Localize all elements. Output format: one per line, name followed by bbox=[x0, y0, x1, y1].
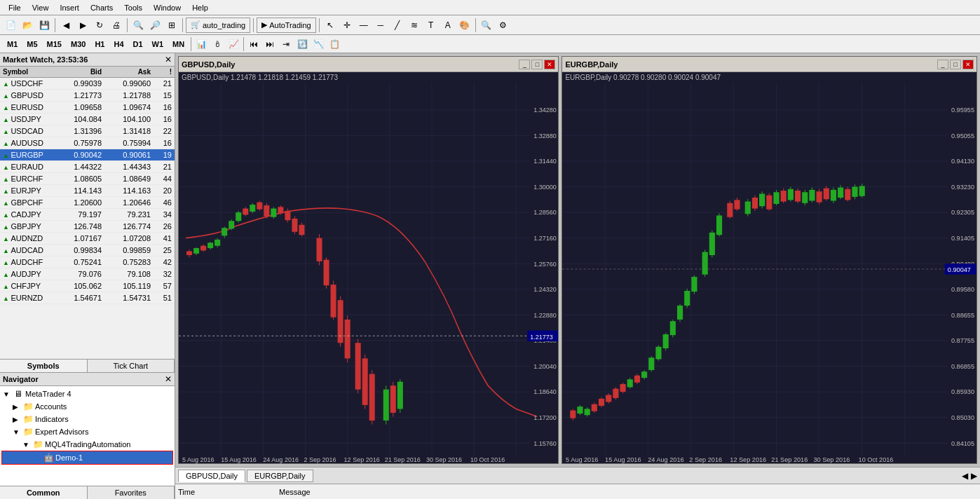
market-row-chfjpy[interactable]: ▲ CHFJPY105.062105.11957 bbox=[0, 280, 175, 292]
navigator-close[interactable]: ✕ bbox=[165, 374, 172, 384]
fib-button[interactable]: ≋ bbox=[407, 18, 422, 33]
chart-type-line[interactable]: 📈 bbox=[226, 36, 241, 52]
tf-h1[interactable]: H1 bbox=[90, 37, 109, 51]
scroll-right-btn[interactable]: ⏭ bbox=[262, 36, 278, 52]
market-row-audnzd[interactable]: ▲ AUDNZD1.071671.0720841 bbox=[0, 233, 175, 245]
market-row-eurchf[interactable]: ▲ EURCHF1.086051.0864944 bbox=[0, 173, 175, 185]
tf-m5[interactable]: M5 bbox=[22, 37, 41, 51]
tf-m15[interactable]: M15 bbox=[43, 37, 66, 51]
nav-tab-favorites[interactable]: Favorites bbox=[88, 486, 175, 499]
market-row-gbpusd[interactable]: ▲ GBPUSD1.217731.2178815 bbox=[0, 90, 175, 102]
chart-eurgbp-minimize[interactable]: _ bbox=[937, 60, 948, 69]
text-button[interactable]: T bbox=[423, 18, 439, 33]
tab-tick-chart[interactable]: Tick Chart bbox=[88, 360, 175, 372]
chart-eurgbp-maximize[interactable]: □ bbox=[950, 60, 961, 69]
market-row-eurgbp[interactable]: ▲ EURGBP0.900420.9006119 bbox=[0, 149, 175, 161]
chart-type-candle[interactable]: 🕯 bbox=[210, 36, 225, 52]
chart-gbpusd-body[interactable]: 1.34280 1.32880 1.31440 1.30000 1.28560 … bbox=[179, 83, 558, 463]
market-row-cadjpy[interactable]: ▲ CADJPY79.19779.23134 bbox=[0, 209, 175, 221]
refresh-button[interactable]: ↻ bbox=[92, 18, 107, 33]
templates-btn[interactable]: 📋 bbox=[327, 36, 342, 52]
chart-tab-right[interactable]: ▶ bbox=[971, 471, 977, 481]
nav-item-accounts[interactable]: ▶📁Accounts bbox=[1, 400, 173, 413]
menu-view[interactable]: View bbox=[27, 2, 55, 13]
new-order-button[interactable]: 🛒 auto_trading bbox=[186, 18, 250, 33]
chart-gbpusd-maximize[interactable]: □ bbox=[531, 60, 543, 69]
chart-eurgbp-body[interactable]: 0.95955 0.95055 0.94130 0.93230 0.92305 … bbox=[562, 83, 976, 463]
forward-button[interactable]: ▶ bbox=[75, 18, 90, 33]
back-button[interactable]: ◀ bbox=[58, 18, 74, 33]
hline-button[interactable]: ─ bbox=[373, 18, 388, 33]
nav-item-expert-advisors[interactable]: ▼📁Expert Advisors bbox=[1, 425, 173, 438]
menu-charts[interactable]: Charts bbox=[85, 2, 118, 13]
svg-text:0.86855: 0.86855 bbox=[951, 362, 974, 369]
indicators-btn[interactable]: 📉 bbox=[311, 36, 326, 52]
svg-text:5 Aug 2016: 5 Aug 2016 bbox=[566, 455, 598, 463]
chart-tab-eurgbp[interactable]: EURGBP,Daily bbox=[247, 470, 313, 482]
crosshair-button[interactable]: ✛ bbox=[339, 18, 355, 33]
market-row-eurusd[interactable]: ▲ EURUSD1.096581.0967416 bbox=[0, 102, 175, 114]
period-sep-btn[interactable]: 🔃 bbox=[294, 36, 310, 52]
svg-rect-132 bbox=[585, 409, 590, 415]
cursor-button[interactable]: ↖ bbox=[322, 18, 338, 33]
save-button[interactable]: 💾 bbox=[36, 18, 52, 33]
svg-text:12 Sep 2016: 12 Sep 2016 bbox=[344, 455, 380, 463]
zoom-out[interactable]: 🔎 bbox=[147, 18, 163, 33]
chart-tab-left[interactable]: ◀ bbox=[962, 471, 968, 481]
menu-file[interactable]: File bbox=[3, 2, 27, 13]
nav-item-metatrader-4[interactable]: ▼🖥MetaTrader 4 bbox=[1, 388, 173, 400]
market-row-usdchf[interactable]: ▲ USDCHF0.990390.9906021 bbox=[0, 78, 175, 90]
tf-m1[interactable]: M1 bbox=[3, 37, 22, 51]
settings-button[interactable]: ⚙ bbox=[496, 18, 511, 33]
color-button[interactable]: 🎨 bbox=[457, 18, 472, 33]
market-row-audchf[interactable]: ▲ AUDCHF0.752410.7528342 bbox=[0, 257, 175, 268]
market-row-gbpjpy[interactable]: ▲ GBPJPY126.748126.77426 bbox=[0, 221, 175, 233]
tf-w1[interactable]: W1 bbox=[148, 37, 168, 51]
market-row-eurnzd[interactable]: ▲ EURNZD1.546711.5473151 bbox=[0, 292, 175, 304]
nav-item-indicators[interactable]: ▶📁Indicators bbox=[1, 413, 173, 425]
price-arrow-usdjpy: ▲ bbox=[3, 116, 11, 123]
auto-trading-button[interactable]: ▶ AutoTrading bbox=[257, 18, 316, 33]
tf-d1[interactable]: D1 bbox=[129, 37, 147, 51]
market-row-eurjpy[interactable]: ▲ EURJPY114.143114.16320 bbox=[0, 185, 175, 197]
fit-button[interactable]: ⊞ bbox=[164, 18, 179, 33]
search-button[interactable]: 🔍 bbox=[479, 18, 494, 33]
symbol-audjpy: ▲ AUDJPY bbox=[1, 269, 54, 279]
nav-item-mql4tradingautomation[interactable]: ▼📁MQL4TradingAutomation bbox=[1, 438, 173, 451]
menu-insert[interactable]: Insert bbox=[54, 2, 85, 13]
trendline-button[interactable]: ╱ bbox=[390, 18, 405, 33]
market-row-usdcad[interactable]: ▲ USDCAD1.313961.3141822 bbox=[0, 125, 175, 137]
chart-type-bar[interactable]: 📊 bbox=[193, 36, 209, 52]
tf-mn[interactable]: MN bbox=[168, 37, 189, 51]
print-button[interactable]: 🖨 bbox=[109, 18, 124, 33]
autoscroll-btn[interactable]: ⇥ bbox=[278, 36, 294, 52]
tf-h4[interactable]: H4 bbox=[109, 37, 128, 51]
open-button[interactable]: 📂 bbox=[20, 18, 35, 33]
svg-text:0.95055: 0.95055 bbox=[951, 131, 974, 139]
market-row-euraud[interactable]: ▲ EURAUD1.443221.4434321 bbox=[0, 161, 175, 173]
new-button[interactable]: 📄 bbox=[3, 18, 18, 33]
chart-tab-gbpusd[interactable]: GBPUSD,Daily bbox=[178, 470, 245, 482]
market-row-audcad[interactable]: ▲ AUDCAD0.998340.9985925 bbox=[0, 245, 175, 257]
chart-eurgbp-close[interactable]: ✕ bbox=[962, 60, 974, 69]
chart-gbpusd-minimize[interactable]: _ bbox=[519, 60, 530, 69]
line-button[interactable]: — bbox=[356, 18, 372, 33]
market-row-audjpy[interactable]: ▲ AUDJPY79.07679.10832 bbox=[0, 268, 175, 280]
nav-item-demo-1[interactable]: 🤖Demo-1 bbox=[1, 451, 173, 465]
tf-m30[interactable]: M30 bbox=[67, 37, 90, 51]
menu-tools[interactable]: Tools bbox=[118, 2, 148, 13]
market-row-gbpchf[interactable]: ▲ GBPCHF1.206001.2064646 bbox=[0, 197, 175, 209]
chart-gbpusd-close[interactable]: ✕ bbox=[544, 60, 555, 69]
scroll-left-btn[interactable]: ⏮ bbox=[246, 36, 261, 52]
market-watch-close[interactable]: ✕ bbox=[165, 55, 172, 64]
tab-symbols[interactable]: Symbols bbox=[0, 360, 88, 372]
label-button[interactable]: A bbox=[440, 18, 456, 33]
menu-help[interactable]: Help bbox=[186, 2, 214, 13]
chart-eurgbp-controls: _ □ ✕ bbox=[937, 60, 974, 69]
market-row-audusd[interactable]: ▲ AUDUSD0.759780.7599416 bbox=[0, 137, 175, 149]
chart-eurgbp-info: EURGBP,Daily 0.90278 0.90280 0.90024 0.9… bbox=[562, 72, 976, 83]
zoom-in[interactable]: 🔍 bbox=[130, 18, 146, 33]
nav-tab-common[interactable]: Common bbox=[0, 486, 88, 499]
menu-window[interactable]: Window bbox=[148, 2, 186, 13]
market-row-usdjpy[interactable]: ▲ USDJPY104.084104.10016 bbox=[0, 114, 175, 125]
